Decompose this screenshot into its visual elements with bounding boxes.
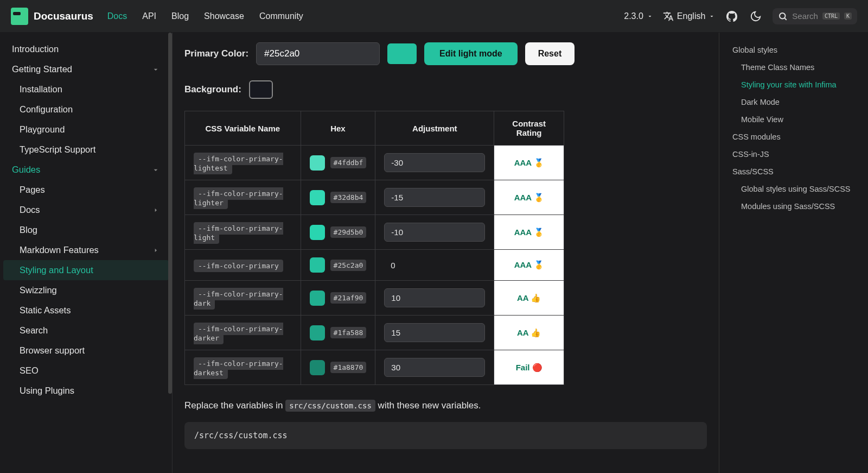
- hex-value: #21af90: [330, 292, 367, 304]
- toc-infima[interactable]: Styling your site with Infima: [727, 76, 860, 93]
- primary-color-input[interactable]: [256, 42, 380, 65]
- col-contrast: Contrast Rating: [494, 111, 564, 146]
- hex-value: #32d8b4: [330, 192, 367, 203]
- sidebar-seo[interactable]: SEO: [3, 361, 169, 381]
- contrast-rating: AAA 🥇: [494, 215, 564, 250]
- sidebar-blog[interactable]: Blog: [3, 220, 169, 240]
- file-path-code: src/css/custom.css: [285, 400, 375, 412]
- sidebar-search[interactable]: Search: [3, 320, 169, 340]
- adjustment-input[interactable]: [384, 358, 485, 377]
- dark-mode-toggle[interactable]: [749, 9, 763, 23]
- description-text: Replace the variables in src/css/custom.…: [184, 400, 707, 411]
- contrast-rating: Fail 🔴: [494, 350, 564, 385]
- main-content: Primary Color: Edit light mode Reset Bac…: [173, 33, 719, 473]
- adjustment-input[interactable]: [384, 223, 485, 242]
- nav-docs[interactable]: Docs: [107, 11, 127, 21]
- search-button[interactable]: Search CTRL K: [773, 8, 857, 24]
- hex-value: #4fddbf: [330, 157, 367, 168]
- contrast-rating: AAA 🥇: [494, 180, 564, 215]
- svg-line-1: [785, 18, 787, 20]
- css-variable-name: --ifm-color-primary-dark: [194, 288, 283, 310]
- sidebar-browser[interactable]: Browser support: [3, 340, 169, 361]
- sidebar-guides[interactable]: Guides: [3, 160, 169, 180]
- nav-showcase[interactable]: Showcase: [204, 11, 244, 21]
- nav-api[interactable]: API: [142, 11, 156, 21]
- nav-links: Docs API Blog Showcase Community: [107, 11, 303, 21]
- color-swatch: [310, 225, 325, 240]
- css-variable-name: --ifm-color-primary-light: [194, 222, 283, 244]
- primary-color-swatch[interactable]: [387, 43, 417, 64]
- sidebar-playground[interactable]: Playground: [3, 119, 169, 140]
- language-dropdown[interactable]: English: [663, 11, 715, 22]
- reset-button[interactable]: Reset: [525, 42, 575, 65]
- toc-dark-mode[interactable]: Dark Mode: [727, 93, 860, 111]
- github-icon[interactable]: [725, 9, 739, 23]
- sidebar-markdown[interactable]: Markdown Features: [3, 240, 169, 260]
- chevron-down-icon: [709, 13, 715, 20]
- color-swatch: [310, 325, 325, 340]
- background-swatch[interactable]: [249, 80, 273, 99]
- translate-icon: [663, 11, 674, 22]
- sidebar-typescript[interactable]: TypeScript Support: [3, 140, 169, 160]
- edit-light-mode-button[interactable]: Edit light mode: [424, 42, 518, 65]
- search-placeholder: Search: [792, 11, 818, 21]
- toc-mobile[interactable]: Mobile View: [727, 111, 860, 128]
- nav-right: 2.3.0 English Search CTRL K: [624, 8, 857, 24]
- sidebar-pages[interactable]: Pages: [3, 180, 169, 200]
- sidebar-docs[interactable]: Docs: [3, 200, 169, 220]
- hex-value: #1a8870: [330, 362, 367, 373]
- table-row: --ifm-color-primary#25c2a00AAA 🥇: [185, 250, 564, 281]
- css-variable-name: --ifm-color-primary-lightest: [194, 153, 283, 174]
- toc-theme-class[interactable]: Theme Class Names: [727, 59, 860, 76]
- sidebar-styling[interactable]: Styling and Layout: [3, 260, 169, 280]
- toc-sass[interactable]: Sass/SCSS: [727, 163, 860, 180]
- sidebar-plugins[interactable]: Using Plugins: [3, 381, 169, 401]
- toc-sass-modules[interactable]: Modules using Sass/SCSS: [727, 198, 860, 215]
- col-hex: Hex: [301, 111, 375, 146]
- toc-global-styles[interactable]: Global styles: [727, 41, 860, 59]
- docusaurus-logo[interactable]: [11, 8, 28, 25]
- table-row: --ifm-color-primary-darker#1fa588AA 👍: [185, 316, 564, 350]
- color-table: CSS Variable Name Hex Adjustment Contras…: [184, 111, 564, 385]
- sidebar-introduction[interactable]: Introduction: [3, 39, 169, 59]
- search-icon: [778, 11, 788, 21]
- sidebar-configuration[interactable]: Configuration: [3, 99, 169, 119]
- adjustment-input[interactable]: [384, 288, 485, 307]
- css-variable-name: --ifm-color-primary-lighter: [194, 187, 283, 209]
- css-variable-name: --ifm-color-primary-darkest: [194, 357, 283, 379]
- hex-value: #29d5b0: [330, 226, 367, 238]
- primary-color-label: Primary Color:: [184, 48, 248, 59]
- adjustment-input[interactable]: [384, 323, 485, 342]
- sidebar-swizzling[interactable]: Swizzling: [3, 280, 169, 300]
- sidebar: Introduction Getting Started Installatio…: [0, 33, 173, 473]
- sidebar-installation[interactable]: Installation: [3, 79, 169, 99]
- toc-sass-global[interactable]: Global styles using Sass/SCSS: [727, 180, 860, 198]
- adjustment-input[interactable]: [384, 188, 485, 207]
- navbar: Docusaurus Docs API Blog Showcase Commun…: [0, 0, 868, 33]
- code-block-title: /src/css/custom.css: [194, 431, 697, 440]
- contrast-rating: AA 👍: [494, 281, 564, 316]
- svg-point-0: [780, 13, 786, 19]
- version-dropdown[interactable]: 2.3.0: [624, 11, 653, 21]
- contrast-rating: AAA 🥇: [494, 146, 564, 180]
- table-row: --ifm-color-primary-lightest#4fddbfAAA 🥇: [185, 146, 564, 180]
- brand-name[interactable]: Docusaurus: [34, 10, 93, 22]
- primary-color-row: Primary Color: Edit light mode Reset: [184, 42, 707, 65]
- chevron-down-icon: [151, 166, 160, 174]
- toc-css-modules[interactable]: CSS modules: [727, 128, 860, 146]
- version-label: 2.3.0: [624, 11, 643, 21]
- toc-css-in-js[interactable]: CSS-in-JS: [727, 146, 860, 163]
- sidebar-static[interactable]: Static Assets: [3, 300, 169, 320]
- css-variable-name: --ifm-color-primary-darker: [194, 323, 283, 344]
- kbd-k: K: [844, 12, 852, 20]
- color-swatch: [310, 190, 325, 205]
- nav-blog[interactable]: Blog: [171, 11, 189, 21]
- adjustment-input[interactable]: [384, 153, 485, 172]
- scrollbar[interactable]: [168, 33, 172, 394]
- color-swatch: [310, 257, 325, 273]
- chevron-right-icon: [151, 206, 160, 215]
- adjustment-static: 0: [375, 250, 494, 281]
- language-label: English: [677, 11, 705, 21]
- sidebar-getting-started[interactable]: Getting Started: [3, 59, 169, 79]
- nav-community[interactable]: Community: [259, 11, 303, 21]
